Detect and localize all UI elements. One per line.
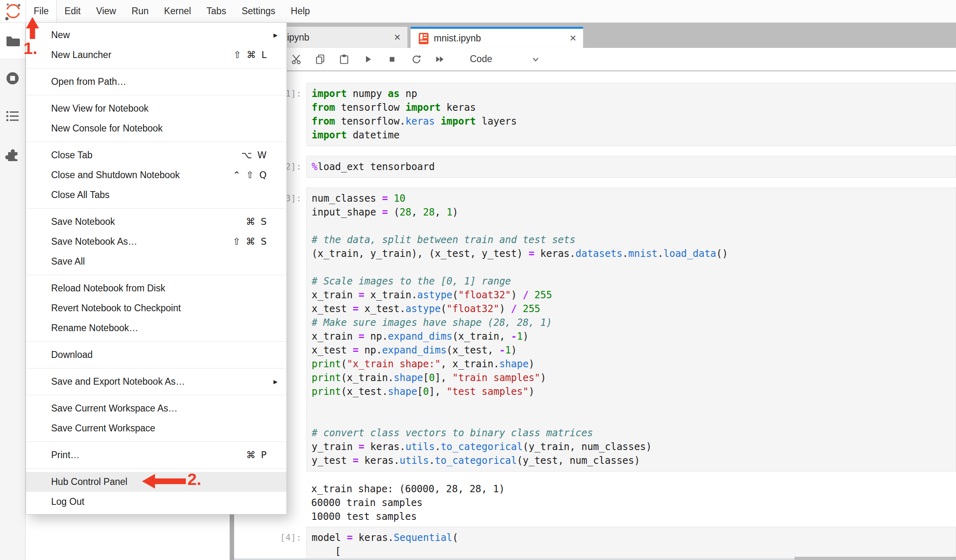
close-icon[interactable]: × bbox=[570, 33, 576, 44]
bottom-edge-bar bbox=[795, 557, 956, 560]
file-menu-item-save-current-workspace[interactable]: Save Current Workspace bbox=[26, 418, 286, 438]
code-line bbox=[312, 412, 956, 426]
file-menu-item-new-launcher[interactable]: New Launcher⇧ ⌘ L bbox=[26, 45, 286, 65]
menu-item-label: Save All bbox=[51, 252, 268, 271]
annotation-arrow-2 bbox=[140, 471, 187, 492]
code-line: x_test = x_test.astype("float32") / 255 bbox=[312, 302, 956, 316]
running-kernels-icon[interactable] bbox=[5, 71, 20, 86]
output-line: 60000 train samples bbox=[311, 496, 956, 510]
file-menu-item-save-notebook[interactable]: Save Notebook⌘ S bbox=[26, 212, 286, 232]
file-menu-item-new-console-for-notebook[interactable]: New Console for Notebook bbox=[26, 118, 286, 138]
cell-editor[interactable]: %load_ext tensorboard bbox=[306, 156, 956, 178]
file-menu-item-download[interactable]: Download bbox=[26, 345, 286, 365]
menu-item-label: Save Notebook As… bbox=[51, 232, 233, 252]
menu-item-label: New bbox=[51, 25, 268, 45]
stop-kernel-icon[interactable] bbox=[387, 54, 397, 65]
file-menu-item-close-all-tabs[interactable]: Close All Tabs bbox=[26, 185, 286, 205]
menu-item-shortcut: ⇧ ⌘ S bbox=[233, 232, 268, 252]
cell-editor[interactable]: import numpy as npfrom tensorflow import… bbox=[306, 83, 956, 146]
file-menu-item-revert-notebook-to-checkpoint[interactable]: Revert Notebook to Checkpoint bbox=[26, 298, 286, 318]
file-menu-item-close-and-shutdown-notebook[interactable]: Close and Shutdown Notebook⌃ ⇧ Q bbox=[26, 165, 286, 185]
menubar-item-edit[interactable]: Edit bbox=[57, 0, 88, 22]
chevron-down-icon bbox=[531, 54, 540, 64]
code-line: x_test = np.expand_dims(x_test, -1) bbox=[312, 343, 956, 357]
menubar-item-run[interactable]: Run bbox=[124, 0, 156, 22]
menu-item-label: Save Notebook bbox=[51, 212, 246, 232]
menu-separator bbox=[26, 208, 286, 209]
extensions-puzzle-icon[interactable] bbox=[5, 146, 20, 161]
tab-label: .ipynb bbox=[284, 32, 309, 43]
file-menu-item-save-current-workspace-as[interactable]: Save Current Workspace As… bbox=[26, 398, 286, 418]
menu-separator bbox=[26, 95, 286, 95]
annotation-step-2: 2. bbox=[187, 470, 201, 489]
file-menu-item-rename-notebook[interactable]: Rename Notebook… bbox=[26, 318, 286, 338]
file-menu-item-reload-notebook-from-disk[interactable]: Reload Notebook from Disk bbox=[26, 278, 286, 298]
paste-cells-icon[interactable] bbox=[339, 54, 349, 65]
notebook-cells: [1]:import numpy as npfrom tensorflow im… bbox=[234, 83, 956, 560]
code-cell: [1]:import numpy as npfrom tensorflow im… bbox=[234, 83, 956, 146]
file-menu-item-new[interactable]: New▸ bbox=[26, 25, 286, 45]
menu-item-label: Close and Shutdown Notebook bbox=[51, 165, 233, 185]
menu-separator bbox=[26, 395, 286, 395]
menu-item-label: Open from Path… bbox=[51, 72, 268, 92]
file-menu-item-save-all[interactable]: Save All bbox=[26, 252, 286, 271]
annotation-step-1: 1. bbox=[24, 39, 37, 58]
menubar-item-kernel[interactable]: Kernel bbox=[156, 0, 198, 22]
code-line: print(x_train.shape[0], "train samples") bbox=[312, 371, 956, 385]
code-line: x_train = x_train.astype("float32") / 25… bbox=[312, 288, 956, 302]
restart-run-all-icon[interactable] bbox=[435, 54, 445, 65]
file-menu-item-save-and-export-notebook-as[interactable]: Save and Export Notebook As…▸ bbox=[26, 372, 286, 392]
menu-item-shortcut: ⌥ W bbox=[241, 145, 268, 165]
cell-editor[interactable]: model = keras.Sequential( [ bbox=[306, 527, 956, 560]
submenu-arrow-icon: ▸ bbox=[273, 372, 278, 392]
menubar-item-help[interactable]: Help bbox=[283, 0, 318, 22]
file-menu-item-log-out[interactable]: Log Out bbox=[26, 492, 286, 512]
cell-editor[interactable]: num_classes = 10input_shape = (28, 28, 1… bbox=[306, 187, 956, 472]
menu-separator bbox=[26, 368, 286, 368]
code-line: %load_ext tensorboard bbox=[312, 160, 956, 174]
menubar-item-tabs[interactable]: Tabs bbox=[199, 0, 234, 22]
jupyter-logo bbox=[0, 0, 26, 22]
close-icon[interactable]: × bbox=[394, 32, 400, 43]
tab-mnist-notebook[interactable]: mnist.ipynb × bbox=[411, 27, 583, 48]
notebook-toolbar: Code bbox=[234, 48, 956, 71]
file-menu-item-new-view-for-notebook[interactable]: New View for Notebook bbox=[26, 99, 286, 118]
file-menu-item-close-tab[interactable]: Close Tab⌥ W bbox=[26, 145, 286, 165]
menu-item-label: Reload Notebook from Disk bbox=[51, 278, 268, 298]
menu-separator bbox=[26, 142, 286, 142]
notebook-panel: [1]:import numpy as npfrom tensorflow im… bbox=[234, 72, 956, 560]
menubar-item-settings[interactable]: Settings bbox=[234, 0, 283, 22]
menu-item-label: New View for Notebook bbox=[51, 99, 268, 118]
file-menu-item-save-notebook-as[interactable]: Save Notebook As…⇧ ⌘ S bbox=[26, 232, 286, 252]
menu-item-label: Close All Tabs bbox=[51, 185, 268, 205]
cell-type-dropdown[interactable]: Code bbox=[470, 54, 540, 65]
submenu-arrow-icon: ▸ bbox=[273, 25, 278, 45]
menu-item-shortcut: ⌘ S bbox=[246, 212, 268, 232]
code-line: # Scale images to the [0, 1] range bbox=[312, 274, 956, 288]
restart-kernel-icon[interactable] bbox=[411, 54, 421, 65]
code-line: y_train = keras.utils.to_categorical(y_t… bbox=[312, 440, 956, 454]
file-menu-item-open-from-path[interactable]: Open from Path… bbox=[26, 72, 286, 92]
code-line: input_shape = (28, 28, 1) bbox=[312, 205, 956, 219]
menu-item-label: New Launcher bbox=[51, 45, 233, 65]
copy-cells-icon[interactable] bbox=[315, 54, 325, 65]
table-of-contents-icon[interactable] bbox=[5, 109, 20, 123]
code-line: x_train = np.expand_dims(x_train, -1) bbox=[312, 330, 956, 343]
jupyter-logo-icon bbox=[4, 2, 22, 21]
file-menu-item-print[interactable]: Print…⌘ P bbox=[26, 445, 286, 465]
code-line: print(x_test.shape[0], "test samples") bbox=[312, 385, 956, 398]
code-cell: [4]:model = keras.Sequential( [ bbox=[234, 527, 956, 560]
code-line: print("x_train shape:", x_train.shape) bbox=[312, 357, 956, 371]
menu-item-label: Save Current Workspace bbox=[51, 418, 268, 438]
code-line: # convert class vectors to binary class … bbox=[312, 426, 956, 440]
code-line: [ bbox=[312, 545, 956, 558]
cut-cells-icon[interactable] bbox=[291, 54, 301, 65]
menubar-item-view[interactable]: View bbox=[88, 0, 124, 22]
run-cell-icon[interactable] bbox=[363, 54, 373, 65]
code-line: num_classes = 10 bbox=[312, 192, 956, 205]
file-browser-icon[interactable] bbox=[5, 33, 20, 48]
code-line: from tensorflow.keras import layers bbox=[312, 114, 956, 128]
code-cell: [2]:%load_ext tensorboard bbox=[234, 156, 956, 178]
menu-item-label: Download bbox=[51, 345, 268, 365]
menu-item-label: Rename Notebook… bbox=[51, 318, 268, 338]
